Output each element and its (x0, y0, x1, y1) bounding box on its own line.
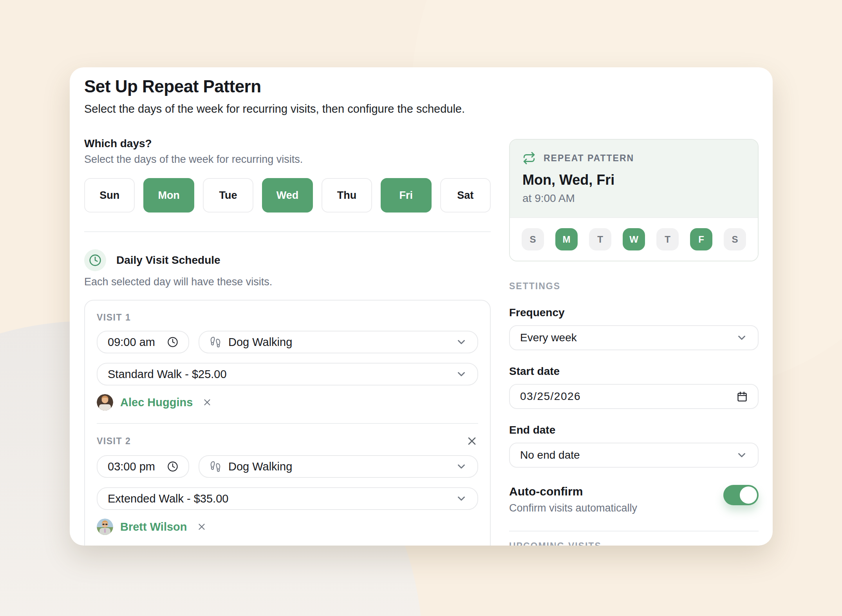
day-button-mon[interactable]: Mon (143, 178, 194, 213)
chevron-down-icon (455, 336, 467, 348)
visit-2-option-select[interactable]: Extended Walk - $35.00 (97, 487, 478, 510)
mini-day-thu: T (656, 228, 679, 250)
visit-1-time-value: 09:00 am (108, 336, 155, 349)
mini-day-indicator: S M T W T F S (510, 217, 758, 261)
end-date-value: No end date (520, 449, 580, 461)
repeat-pattern-summary-top: REPEAT PATTERN Mon, Wed, Fri at 9:00 AM (510, 140, 758, 217)
repeat-pattern-summary-card: REPEAT PATTERN Mon, Wed, Fri at 9:00 AM … (509, 139, 759, 261)
settings-section-label: SETTINGS (509, 281, 759, 292)
chevron-down-icon (736, 332, 748, 344)
sidebar: REPEAT PATTERN Mon, Wed, Fri at 9:00 AM … (509, 67, 759, 546)
chevron-down-icon (455, 493, 467, 504)
footprints-icon (210, 336, 221, 348)
sidebar-divider (509, 531, 759, 531)
visit-2-staff-name[interactable]: Brett Wilson (120, 521, 187, 533)
visit-1-staff-row: Alec Huggins (97, 394, 478, 411)
avatar (97, 394, 113, 411)
visit-2-time-value: 03:00 pm (108, 460, 155, 473)
repeat-pattern-label: REPEAT PATTERN (544, 153, 634, 164)
mini-day-wed: W (623, 228, 645, 250)
mini-day-sun: S (522, 228, 544, 250)
which-days-title: Which days? (84, 137, 491, 150)
clock-icon (167, 337, 178, 348)
visit-2-header: VISIT 2 (97, 435, 478, 447)
repeat-pattern-time: at 9:00 AM (522, 192, 745, 205)
setup-repeat-pattern-modal: Set Up Repeat Pattern Select the days of… (70, 67, 773, 546)
visit-2-staff-row: Brett Wilson (97, 519, 478, 535)
end-date-select[interactable]: No end date (509, 443, 759, 468)
start-date-label: Start date (509, 365, 759, 378)
avatar (97, 519, 113, 535)
clock-icon (84, 249, 106, 271)
day-button-thu[interactable]: Thu (322, 178, 372, 213)
daily-schedule-header: Daily Visit Schedule (84, 249, 491, 271)
visit-2-service-value: Dog Walking (228, 460, 292, 473)
visits-container: VISIT 1 09:00 am Dog Walking (84, 300, 491, 546)
visit-2-option-value: Extended Walk - $35.00 (108, 492, 228, 505)
daily-schedule-subtitle: Each selected day will have these visits… (84, 276, 491, 288)
visit-1-service-value: Dog Walking (228, 336, 292, 349)
auto-confirm-toggle[interactable] (723, 485, 759, 505)
page-subtitle: Select the days of the week for recurrin… (84, 103, 491, 115)
page-title: Set Up Repeat Pattern (84, 77, 491, 96)
section-divider (84, 231, 491, 232)
day-button-sun[interactable]: Sun (84, 178, 135, 213)
which-days-section: Which days? Select the days of the week … (84, 137, 491, 213)
toggle-knob (740, 486, 757, 504)
visit-2-fields: 03:00 pm Dog Walking (97, 455, 478, 478)
visit-2-label: VISIT 2 (97, 436, 131, 447)
visit-1-fields: 09:00 am Dog Walking (97, 331, 478, 353)
start-date-input[interactable]: 03/25/2026 (509, 384, 759, 409)
chevron-down-icon (455, 368, 467, 380)
auto-confirm-subtitle: Confirm visits automatically (509, 502, 637, 514)
x-icon[interactable] (202, 397, 212, 407)
visit-1-label: VISIT 1 (97, 312, 478, 323)
main-column: Set Up Repeat Pattern Select the days of… (84, 67, 491, 546)
start-date-value: 03/25/2026 (520, 390, 581, 403)
footprints-icon (210, 461, 221, 472)
upcoming-visits-label: UPCOMING VISITS (509, 541, 759, 546)
visit-1-option-select[interactable]: Standard Walk - $25.00 (97, 363, 478, 385)
visit-divider (97, 423, 478, 424)
which-days-subtitle: Select the days of the week for recurrin… (84, 153, 491, 166)
mini-day-fri: F (690, 228, 712, 250)
repeat-icon (522, 151, 536, 165)
mini-day-sat: S (724, 228, 746, 250)
chevron-down-icon (736, 449, 748, 461)
visit-2-service-select[interactable]: Dog Walking (199, 455, 478, 478)
repeat-pattern-days: Mon, Wed, Fri (522, 172, 745, 188)
repeat-pattern-header: REPEAT PATTERN (522, 151, 745, 165)
frequency-label: Frequency (509, 306, 759, 319)
end-date-label: End date (509, 424, 759, 436)
daily-schedule-title: Daily Visit Schedule (116, 254, 220, 267)
day-selector: Sun Mon Tue Wed Thu Fri Sat (84, 178, 491, 213)
day-button-tue[interactable]: Tue (203, 178, 253, 213)
visit-1-staff-name[interactable]: Alec Huggins (120, 396, 193, 409)
auto-confirm-label: Auto-confirm (509, 485, 637, 498)
visit-1-time-input[interactable]: 09:00 am (97, 331, 189, 353)
visit-1-service-select[interactable]: Dog Walking (199, 331, 478, 353)
visit-2-time-input[interactable]: 03:00 pm (97, 455, 189, 478)
chevron-down-icon (455, 461, 467, 472)
mini-day-tue: T (589, 228, 611, 250)
auto-confirm-text: Auto-confirm Confirm visits automaticall… (509, 485, 637, 514)
frequency-value: Every week (520, 331, 577, 344)
remove-visit-2-button[interactable] (466, 435, 478, 447)
mini-day-mon: M (555, 228, 578, 250)
clock-icon (167, 461, 178, 472)
calendar-icon[interactable] (737, 391, 748, 402)
frequency-select[interactable]: Every week (509, 325, 759, 350)
day-button-fri[interactable]: Fri (381, 178, 431, 213)
auto-confirm-row: Auto-confirm Confirm visits automaticall… (509, 485, 759, 514)
day-button-wed[interactable]: Wed (262, 178, 313, 213)
visit-1-option-value: Standard Walk - $25.00 (108, 368, 227, 381)
x-icon[interactable] (197, 522, 207, 532)
day-button-sat[interactable]: Sat (440, 178, 491, 213)
